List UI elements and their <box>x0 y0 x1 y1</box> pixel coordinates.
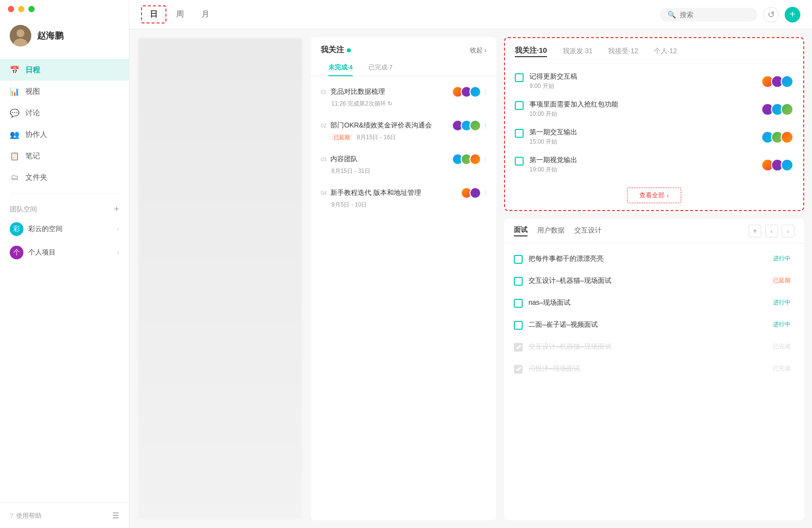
proj-add-button[interactable]: + <box>749 225 761 237</box>
collapse-button[interactable]: 收起 › <box>470 46 487 55</box>
main-content: 日 周 月 🔍 ↺ + 我关注 收起 › <box>129 0 812 528</box>
sidebar-item-label-discuss: 讨论 <box>25 108 40 118</box>
add-button[interactable]: + <box>785 7 800 22</box>
refresh-button[interactable]: ↺ <box>763 7 779 22</box>
proj-task-checkbox[interactable] <box>514 277 523 286</box>
proj-task-checkbox[interactable] <box>514 299 523 308</box>
proj-task-checkbox[interactable] <box>514 255 523 264</box>
sidebar-item-collab[interactable]: 👥 协作人 <box>0 124 129 145</box>
project-task-list: 把每件事都干的漂漂亮亮 进行中 交互设计–机器猫–现场面试 已延期 <box>504 244 804 520</box>
proj-task-item[interactable]: 二面–崔子诺–视频面试 进行中 <box>504 314 804 336</box>
proj-next-button[interactable]: › <box>782 225 794 237</box>
tab-complete[interactable]: 已完成·7 <box>361 59 401 76</box>
help-link[interactable]: ? 使用帮助 <box>10 511 41 520</box>
team-item-personal[interactable]: 个 个人项目 › <box>0 241 129 264</box>
sidebar-item-label-folder: 文件夹 <box>25 173 47 182</box>
personal-label: 个人项目 <box>28 248 56 257</box>
caiyun-label: 彩云的空间 <box>28 225 62 233</box>
folder-icon: 🗂 <box>10 172 20 182</box>
proj-task-item[interactable]: 交互设计–机器猫–现场面试 已延期 <box>504 270 804 292</box>
proj-tab-mianshi[interactable]: 面试 <box>514 226 528 236</box>
window-controls <box>0 0 129 16</box>
minimize-button[interactable] <box>18 6 24 12</box>
menu-icon[interactable]: ☰ <box>112 511 119 520</box>
project-card: 面试 用户数据 交互设计 + ‹ › 把每件事都干的漂漂亮 <box>504 219 804 520</box>
calendar-panel <box>137 37 303 520</box>
proj-task-item[interactable]: nas–现场面试 进行中 <box>504 292 804 314</box>
sidebar-footer: ? 使用帮助 ☰ <box>0 503 129 528</box>
proj-task-checkbox[interactable] <box>514 365 523 374</box>
focus-panel-title: 我关注 <box>321 45 344 55</box>
sidebar-header: 赵海鹏 <box>0 16 129 55</box>
sidebar-item-label-notes: 笔记 <box>25 151 40 161</box>
focus-tab-wopf[interactable]: 我派发·31 <box>563 47 592 57</box>
search-icon: 🔍 <box>668 11 676 19</box>
view-all-button[interactable]: 查看全部 › <box>627 188 681 203</box>
status-badge: 进行中 <box>769 319 794 330</box>
note-icon: 📋 <box>10 151 20 161</box>
proj-task-item[interactable]: 交互设计–机器猫–现场面试 已完成 <box>504 336 804 358</box>
sidebar-item-discuss[interactable]: 💬 讨论 <box>0 102 129 124</box>
focus-tab-wogz[interactable]: 我关注·10 <box>515 46 547 57</box>
proj-tab-yonghu[interactable]: 用户数据 <box>537 226 565 236</box>
focus-title-dot <box>347 48 351 52</box>
sidebar-item-folder[interactable]: 🗂 文件夹 <box>0 167 129 188</box>
focus-tab-wojss[interactable]: 我接受·12 <box>608 47 638 57</box>
task-item[interactable]: 02 部门OKR&绩效奖金评价表沟通会 ⟩ 已延期 <box>311 114 496 148</box>
close-button[interactable] <box>8 6 14 12</box>
focus-checkbox[interactable] <box>515 101 524 110</box>
collab-icon: 👥 <box>10 129 20 139</box>
caiyun-team-icon: 彩 <box>10 222 23 236</box>
focus-items: 记得更新交互稿 9:00 开始 <box>505 63 803 183</box>
focus-card: 我关注·10 我派发·31 我接受·12 个人·12 记得更新交互稿 9:00 … <box>504 37 804 211</box>
personal-chevron-icon: › <box>117 249 119 256</box>
sidebar-nav: 📅 日程 📊 视图 💬 讨论 👥 协作人 📋 笔记 🗂 文件夹 团队空间 + <box>0 55 129 503</box>
view-all-section: 查看全部 › <box>505 183 803 210</box>
focus-checkbox[interactable] <box>515 129 524 138</box>
topbar: 日 周 月 🔍 ↺ + <box>129 0 812 29</box>
team-item-caiyun[interactable]: 彩 彩云的空间 › <box>0 217 129 241</box>
focus-item-avatars <box>761 159 793 171</box>
proj-tab-jiaohu[interactable]: 交互设计 <box>574 226 602 236</box>
team-section-title: 团队空间 + <box>0 198 129 217</box>
focus-checkbox[interactable] <box>515 157 524 166</box>
right-panel: 我关注·10 我派发·31 我接受·12 个人·12 记得更新交互稿 9:00 … <box>504 37 804 520</box>
proj-task-checkbox[interactable] <box>514 321 523 330</box>
tab-incomplete[interactable]: 未完成·4 <box>321 59 361 76</box>
task-avatars: ⟩ <box>461 187 487 199</box>
focus-panel: 我关注 收起 › 未完成·4 已完成·7 01 竞品对比 <box>311 37 496 520</box>
task-list: 01 竞品对比数据梳理 ⟩ 11:26 完成第2次循环 ↻ <box>311 76 496 520</box>
proj-prev-button[interactable]: ‹ <box>765 225 778 237</box>
proj-task-item[interactable]: 冯悦洋–现场面试 已完成 <box>504 358 804 380</box>
proj-task-checkbox[interactable] <box>514 343 523 352</box>
status-badge: 已延期 <box>769 275 794 286</box>
search-bar[interactable]: 🔍 <box>660 8 757 21</box>
schedule-icon: 📅 <box>10 65 20 75</box>
caiyun-chevron-icon: › <box>117 226 119 232</box>
tab-week[interactable]: 周 <box>168 6 192 22</box>
add-team-button[interactable]: + <box>114 204 119 214</box>
focus-item[interactable]: 事项里面需要加入抢红包功能 10:00 开始 <box>505 95 803 123</box>
sidebar-item-label-schedule: 日程 <box>25 65 40 75</box>
search-input[interactable] <box>680 11 748 19</box>
task-item[interactable]: 04 新手教程迭代 版本和地址管理 ⟩ 9月5日 - 10日 <box>311 181 496 215</box>
focus-checkbox[interactable] <box>515 73 524 82</box>
sidebar-item-label-view: 视图 <box>25 87 40 96</box>
maximize-button[interactable] <box>28 6 35 12</box>
sidebar-item-view[interactable]: 📊 视图 <box>0 81 129 102</box>
sidebar-item-notes[interactable]: 📋 笔记 <box>0 145 129 167</box>
focus-tab-geren[interactable]: 个人·12 <box>654 47 677 57</box>
personal-team-icon: 个 <box>10 246 23 259</box>
task-item[interactable]: 03 内容团队 ⟩ 8月15日 - 31日 <box>311 148 496 181</box>
user-name: 赵海鹏 <box>37 30 63 42</box>
focus-item-avatars <box>761 131 793 144</box>
tab-day[interactable]: 日 <box>141 5 166 23</box>
focus-item-avatars <box>761 75 793 88</box>
focus-item[interactable]: 第一期视觉输出 19:00 开始 <box>505 151 803 179</box>
tab-month[interactable]: 月 <box>194 6 217 22</box>
focus-item[interactable]: 记得更新交互稿 9:00 开始 <box>505 67 803 95</box>
focus-item[interactable]: 第一期交互输出 15:00 开始 <box>505 123 803 151</box>
proj-task-item[interactable]: 把每件事都干的漂漂亮亮 进行中 <box>504 248 804 270</box>
task-item[interactable]: 01 竞品对比数据梳理 ⟩ 11:26 完成第2次循环 ↻ <box>311 80 496 114</box>
sidebar-item-schedule[interactable]: 📅 日程 <box>0 59 129 81</box>
